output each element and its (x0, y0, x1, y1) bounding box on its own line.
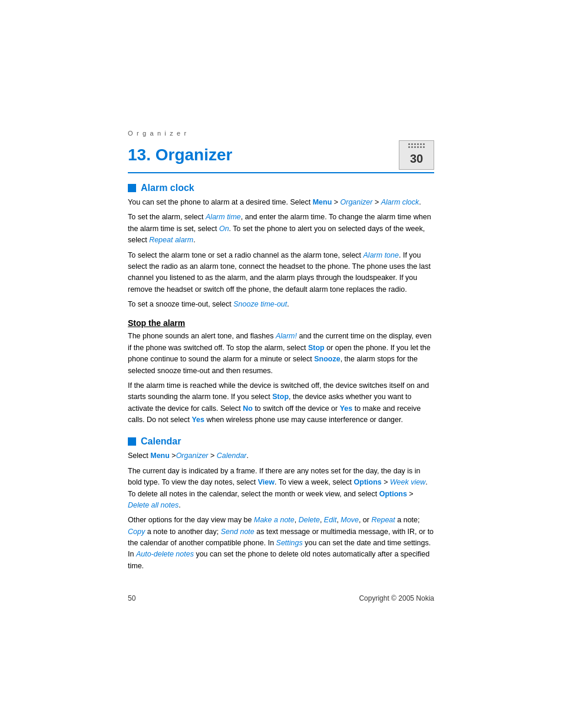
calendar-para-2: The current day is indicated by a frame.… (128, 466, 434, 512)
section-square-icon (128, 184, 136, 192)
subsection-stop-alarm: Stop the alarm (128, 318, 434, 328)
stop-alarm-para-1: The phone sounds an alert tone, and flas… (128, 331, 434, 377)
page: O r g a n i z e r 13. Organizer 30 (0, 0, 562, 728)
page-footer: 50 Copyright © 2005 Nokia (128, 589, 434, 602)
main-content: O r g a n i z e r 13. Organizer 30 (128, 130, 434, 602)
page-number: 50 (128, 594, 135, 602)
copyright: Copyright © 2005 Nokia (359, 594, 434, 602)
section-title-calendar: Calendar (141, 436, 181, 447)
chapter-icon: 30 (399, 140, 434, 170)
section-alarm-clock: Alarm clock (128, 183, 434, 193)
calendar-para-3: Other options for the day view may be Ma… (128, 515, 434, 572)
section-calendar: Calendar (128, 436, 434, 447)
icon-dots (399, 143, 434, 148)
section-square-calendar-icon (128, 437, 136, 446)
chapter-header: 13. Organizer 30 (128, 140, 434, 173)
alarm-para-4: To set a snooze time-out, select Snooze … (128, 299, 434, 310)
breadcrumb: O r g a n i z e r (128, 130, 434, 137)
chapter-title: 13. Organizer (128, 146, 232, 164)
alarm-para-2: To set the alarm, select Alarm time, and… (128, 212, 434, 246)
calendar-para-1: Select Menu >Organizer > Calendar. (128, 450, 434, 462)
icon-number: 30 (410, 152, 423, 166)
stop-alarm-para-2: If the alarm time is reached while the d… (128, 380, 434, 426)
alarm-para-3: To select the alarm tone or set a radio … (128, 250, 434, 296)
section-title-alarm: Alarm clock (141, 183, 194, 193)
alarm-para-1: You can set the phone to alarm at a desi… (128, 197, 434, 208)
